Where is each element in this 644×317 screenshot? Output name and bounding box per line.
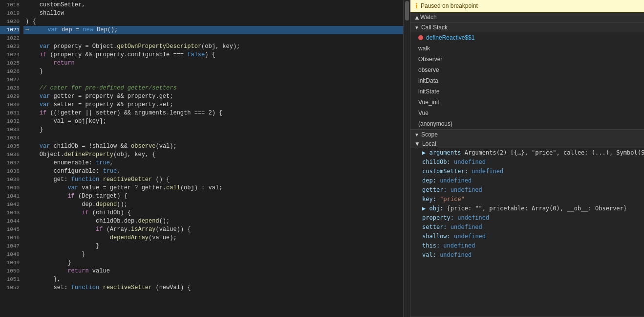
line-number-1036: 1036 [0,151,20,159]
token: var [40,43,50,50]
call-stack-item-4[interactable]: initData [410,75,644,86]
call-stack-item-8[interactable]: (anonymous) [410,118,644,129]
token: dep. [25,201,96,208]
line-number-1029: 1029 [0,92,20,101]
breakpoint-icon: ℹ [415,2,418,10]
code-line-1048: } [23,250,403,259]
line-number-1048: 1048 [0,250,20,259]
code-line-1019: shallow [23,9,403,18]
code-line-1049: } [23,259,403,267]
var-name: getter: [422,186,451,193]
code-line-1035: var childOb = !shallow && observe(val); [23,142,403,151]
debug-status-text: Paused on breakpoint [421,2,478,9]
code-line-1018: customSetter, [23,1,403,9]
local-vars-list: ▶ arguments Arguments(2) [{…}, "price", … [410,148,644,260]
token [25,226,96,233]
call-stack-item-name: walk [418,44,430,53]
call-stack-item-name: initState [418,87,439,96]
token: Object. [25,151,64,158]
var-name: dep: [422,177,440,184]
token: var [47,26,58,33]
code-line-1026: } [23,68,403,76]
active-frame-dot [418,35,423,40]
token: (); [159,218,170,225]
line-number-1032: 1032 [0,117,20,126]
scope-toggle-icon: ▼ [414,132,419,137]
token: val = obj[key]; [25,118,107,125]
token: (Array. [103,226,131,233]
token: enumerable: [25,159,96,166]
current-line-arrow: → [25,26,32,34]
scope-var-item-0: ▶ arguments Arguments(2) [{…}, "price", … [410,148,644,158]
line-number-1031: 1031 [0,109,20,117]
line-number-1050: 1050 [0,267,20,275]
code-line-1021: → var dep = new Dep(); [23,26,403,34]
scope-var-item-2: customSetter: undefined [410,167,644,176]
line-number-1033: 1033 [0,126,20,134]
scrollbar[interactable] [403,0,410,317]
token: if [96,226,103,233]
var-name: property: [422,214,457,221]
token: function [71,176,100,183]
line-number-1039: 1039 [0,176,20,184]
var-value: Arguments(2) [{…}, "price", callee: (...… [465,149,644,156]
token: false [187,51,205,58]
code-line-1044: childOb.dep.depend(); [23,217,403,226]
token [25,268,67,274]
code-panel: 1018101910201021102210231024102510261027… [0,0,410,317]
code-area: 1018101910201021102210231024102510261027… [0,0,410,317]
token [33,26,47,33]
var-name[interactable]: ▶ arguments [422,149,465,156]
call-stack-item-1[interactable]: walk [410,43,644,54]
var-name: setter: [422,224,451,230]
watch-header[interactable]: ▶ Watch [410,12,644,22]
var-name[interactable]: ▶ obj: [422,205,447,212]
call-stack-list: defineReactive$$1walkObserverobserveinit… [410,32,644,129]
token: isArray [131,226,155,233]
local-header[interactable]: ▼ Local [410,139,644,148]
call-stack-label: Call Stack [421,24,448,31]
code-line-1036: Object.defineProperty(obj, key, { [23,151,403,159]
scope-header[interactable]: ▼ Scope [410,130,644,139]
token: configurable: [25,168,103,175]
line-number-1022: 1022 [0,34,20,43]
token: childOb.dep. [25,218,138,225]
line-number-1047: 1047 [0,242,20,250]
call-stack-header[interactable]: ▼ Call Stack [410,23,644,32]
scope-var-item-7: property: undefined [410,213,644,223]
scope-var-item-4: getter: undefined [410,185,644,195]
code-line-1042: dep.depend(); [23,201,403,209]
scroll-thumb[interactable] [405,1,409,21]
var-value: undefined [440,177,472,184]
token: var [40,93,50,100]
call-stack-item-0[interactable]: defineReactive$$1 [410,32,644,43]
call-stack-item-5[interactable]: initState [410,86,644,97]
line-number-1030: 1030 [0,101,20,109]
local-toggle-icon: ▼ [414,140,420,147]
scope-section: ▼ Scope ▼ Local ▶ arguments Arguments(2)… [410,130,644,317]
call-stack-item-6[interactable]: Vue_init [410,97,644,108]
token [25,110,40,116]
call-stack-toggle-icon: ▼ [414,25,419,30]
token: (obj, key, { [113,151,155,158]
token: (value); [149,234,177,241]
code-line-1052: set: function reactiveSetter (newVal) { [23,284,403,292]
token: (value)) { [155,226,191,233]
scope-var-item-5: key: "price" [410,195,644,204]
token: reactiveGetter [103,176,152,183]
var-name: this: [422,242,443,249]
line-number-1020: 1020 [0,18,20,26]
call-stack-item-3[interactable]: observe [410,65,644,75]
code-line-1022 [23,34,403,43]
line-number-1038: 1038 [0,167,20,176]
token: function [71,284,100,291]
code-line-1027 [23,76,403,84]
line-number-1023: 1023 [0,43,20,51]
var-value: undefined [451,186,482,193]
token: (); [117,201,128,208]
line-number-1049: 1049 [0,259,20,267]
token [25,193,67,200]
call-stack-item-2[interactable]: Observer [410,54,644,65]
token: (property && property.configurable === [46,51,187,58]
call-stack-item-7[interactable]: Vue [410,108,644,118]
